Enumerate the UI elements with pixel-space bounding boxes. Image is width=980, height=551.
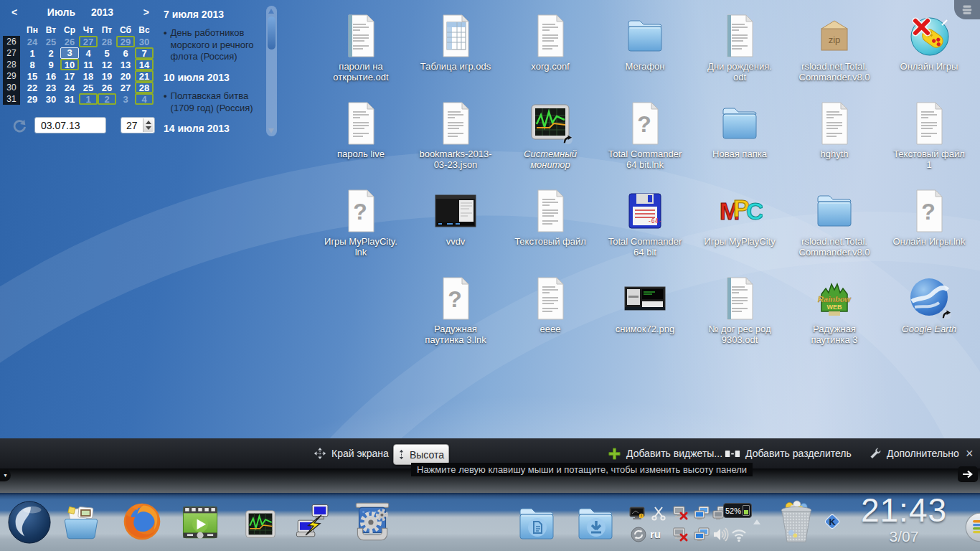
calendar-day[interactable]: 2 (42, 47, 60, 59)
tray-network-active-icon[interactable] (693, 504, 710, 522)
desktop-icon[interactable]: пароль live (314, 100, 407, 159)
trash-icon[interactable] (773, 495, 819, 550)
tray-audio-volume-icon[interactable] (712, 526, 729, 543)
calendar-day[interactable]: 26 (98, 82, 116, 93)
calendar-day[interactable]: 8 (23, 59, 42, 70)
calendar-day[interactable]: 4 (79, 47, 98, 59)
desktop-icon[interactable]: Google Earth (882, 276, 976, 334)
clock-time[interactable]: 21:43 (855, 491, 953, 529)
keyboard-layout-indicator[interactable]: ru (650, 528, 661, 540)
desktop-icon[interactable]: hghyth (788, 100, 881, 159)
desktop-icon[interactable]: -64-Total Commander 64 bit (598, 188, 692, 258)
tray-wifi-icon[interactable] (730, 526, 748, 543)
scroll-down-icon[interactable] (268, 128, 274, 133)
calendar-day[interactable]: 6 (116, 47, 135, 59)
desktop-icon[interactable]: № дог рес род 9303.odt (693, 276, 786, 346)
week-spinner-arrows[interactable] (143, 118, 154, 132)
desktop-icon[interactable]: Текстовый файл 1 (882, 100, 976, 171)
calendar-day[interactable]: 29 (23, 93, 42, 105)
close-toolbar-button[interactable]: × (966, 438, 974, 468)
calendar-day[interactable]: 4 (135, 93, 154, 105)
calendar-day[interactable]: 3 (116, 93, 135, 105)
desktop-icon[interactable]: Дни рождения. odt (693, 13, 786, 83)
calendar-year[interactable]: 2013 (91, 6, 113, 18)
tray-network-offline-icon[interactable] (672, 526, 689, 543)
desktop-icon[interactable]: bookmarks-2013- 03-23.json (409, 100, 502, 171)
documents-folder-icon[interactable] (514, 501, 560, 547)
calendar-day[interactable]: 25 (79, 82, 98, 93)
panel-toolbox-icon[interactable] (964, 512, 980, 543)
launcher-remote-desktop-icon[interactable] (293, 501, 334, 542)
clock-date[interactable]: 3/07 (855, 528, 953, 545)
desktop-icon[interactable]: Онлайн Игры (882, 13, 976, 72)
battery-badge[interactable]: 52% (723, 503, 752, 518)
tray-network-offline-icon[interactable] (672, 504, 689, 522)
launcher-file-manager-icon[interactable] (60, 502, 102, 544)
desktop-icon[interactable]: RainbowWEBРадужная паутинка 3 (788, 276, 881, 346)
desktop-icon[interactable]: ?Радужная паутинка 3.lnk (409, 276, 502, 346)
tray-expand-icon[interactable] (753, 519, 760, 524)
calendar-next-button[interactable]: > (143, 6, 149, 18)
desktop-icon[interactable]: ?Total Commander 64 bit.lnk (598, 100, 692, 171)
launcher-kde-menu-icon[interactable] (7, 500, 52, 545)
calendar-day[interactable]: 19 (98, 70, 116, 82)
calendar-prev-button[interactable]: < (11, 6, 17, 18)
calendar-day[interactable]: 13 (116, 59, 135, 70)
desktop-icon[interactable]: eeee (504, 276, 597, 334)
downloads-folder-icon[interactable] (573, 501, 618, 547)
calendar-day[interactable]: 1 (79, 93, 98, 105)
launcher-system-monitor-icon[interactable] (242, 507, 278, 543)
calendar-day[interactable]: 31 (60, 93, 79, 105)
tray-network-active-icon[interactable] (693, 526, 710, 543)
calendar-day[interactable]: 28 (135, 82, 154, 93)
desktop-icon[interactable]: пароли на открытие.odt (314, 13, 407, 83)
calendar-day[interactable]: 27 (79, 36, 98, 47)
desktop-icon[interactable]: Текстовый файл (504, 188, 597, 247)
desktop-icon[interactable]: ?Игры MyPlayCity. lnk (314, 188, 407, 258)
calendar-month[interactable]: Июль (47, 6, 75, 18)
desktop-icon[interactable]: ziprsload.net.Total. Commander.v8.0 (788, 13, 881, 83)
scrollbar-thumb[interactable] (268, 17, 275, 50)
desktop-icon[interactable]: rsload.net.Total. Commander.v8.0 (788, 188, 881, 258)
calendar-day[interactable]: 15 (23, 70, 42, 82)
calendar-day[interactable]: 28 (98, 36, 116, 47)
panel-hide-right-button[interactable] (958, 466, 978, 482)
calendar-day[interactable]: 25 (42, 36, 60, 47)
calendar-day[interactable]: 30 (135, 36, 154, 47)
screen-edge-button[interactable]: Край экрана (314, 438, 389, 468)
calendar-day[interactable]: 27 (116, 82, 135, 93)
desktop-toolbox-icon[interactable] (954, 0, 980, 19)
desktop-icon[interactable]: Таблица игр.ods (409, 13, 502, 72)
desktop-icon[interactable]: xorg.conf (504, 13, 597, 72)
spin-down-icon[interactable] (146, 126, 151, 130)
calendar-day[interactable]: 24 (60, 82, 79, 93)
calendar-day[interactable]: 24 (23, 36, 42, 47)
tray-display-settings-icon[interactable]: ! (628, 504, 646, 522)
desktop-icon[interactable]: ?Онлайн Игры.lnk (882, 188, 976, 247)
calendar-day[interactable]: 2 (98, 93, 116, 105)
calendar-day[interactable]: 18 (79, 70, 98, 82)
calendar-day[interactable]: 23 (42, 82, 60, 93)
scroll-up-icon[interactable] (268, 9, 274, 14)
desktop-icon[interactable]: Мегафон (598, 13, 692, 72)
desktop-icon[interactable]: vvdv (409, 188, 502, 247)
calendar-day[interactable]: 20 (116, 70, 135, 82)
kde-logo-icon[interactable]: K (822, 512, 842, 532)
calendar-week-spinner[interactable]: 27 (121, 117, 155, 133)
desktop-icon[interactable]: Новая папка (693, 100, 786, 159)
calendar-day[interactable]: 3 (60, 47, 79, 59)
events-scrollbar[interactable] (266, 6, 277, 136)
calendar-day[interactable]: 26 (60, 36, 79, 47)
launcher-system-settings-icon[interactable] (349, 499, 396, 546)
calendar-day[interactable]: 5 (98, 47, 116, 59)
calendar-day[interactable]: 7 (135, 47, 154, 59)
desktop-icon[interactable]: Системный монитор (504, 100, 597, 171)
more-settings-button[interactable]: Дополнительно (869, 438, 959, 468)
desktop-icon[interactable]: MPCИгры MyPlayCity (693, 188, 786, 247)
calendar-day[interactable]: 12 (98, 59, 116, 70)
calendar-date-input[interactable] (34, 117, 106, 133)
calendar-day[interactable]: 22 (23, 82, 42, 93)
desktop-icon[interactable]: снимок72.png (598, 276, 692, 334)
calendar-day[interactable]: 17 (60, 70, 79, 82)
spin-up-icon[interactable] (146, 121, 151, 124)
